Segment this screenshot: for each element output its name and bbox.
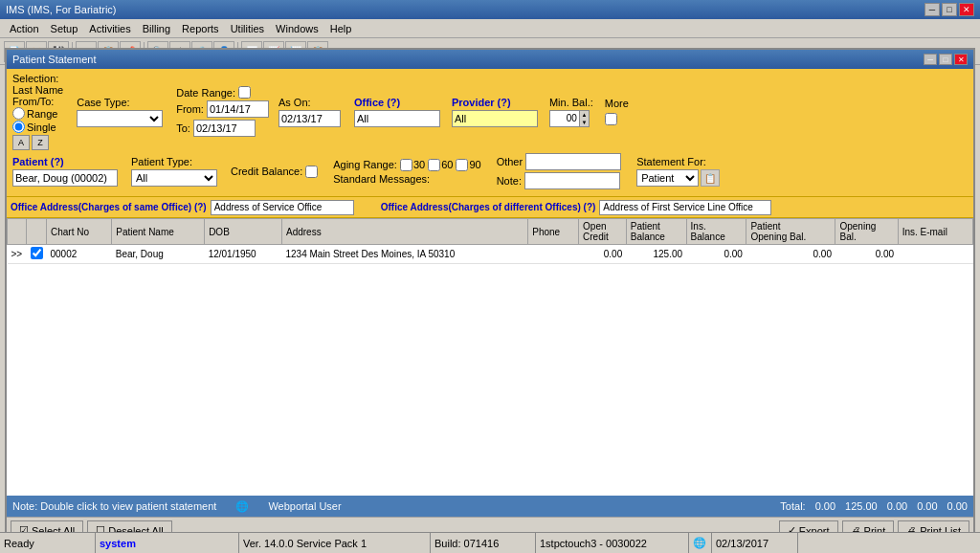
menu-windows[interactable]: Windows	[270, 21, 324, 36]
status-ver: Ver. 14.0.0 Service Pack 1	[239, 533, 431, 553]
row-address: 1234 Main Street Des Moines, IA 50310	[281, 245, 527, 264]
statement-for-group: Statement For: Patient 📋	[636, 156, 720, 187]
date-text: 02/13/2017	[716, 538, 768, 549]
col-chart-no[interactable]: Chart No	[47, 219, 112, 245]
table-row[interactable]: >> 00002 Bear, Doug 12/01/1950 1234 Main…	[8, 245, 973, 264]
addr-same-input[interactable]	[211, 200, 354, 215]
aging-30-label: 30	[413, 159, 425, 170]
row-checkbox[interactable]	[31, 247, 43, 259]
range-label: Range	[27, 108, 57, 120]
credit-balance-checkbox[interactable]	[305, 166, 318, 178]
statement-for-icon[interactable]: 📋	[701, 169, 720, 187]
more-label: More	[605, 98, 629, 109]
ps-title-bar: Patient Statement ─ □ ✕	[7, 50, 973, 69]
addr-same-label[interactable]: Office Address(Charges of same Office) (…	[11, 202, 207, 212]
spinbox-down[interactable]: ▼	[579, 119, 589, 126]
ps-title: Patient Statement	[12, 54, 96, 65]
total-1: 125.00	[845, 500, 878, 512]
menu-action[interactable]: Action	[4, 21, 45, 36]
minimize-btn[interactable]: ─	[924, 3, 940, 16]
col-dob[interactable]: DOB	[205, 219, 282, 245]
status-icon: 🌐	[689, 533, 712, 553]
office-input[interactable]	[354, 110, 440, 127]
aging-30: 30	[400, 159, 425, 171]
col-open-credit[interactable]: OpenCredit	[579, 219, 627, 245]
col-patient-balance[interactable]: PatientBalance	[626, 219, 686, 245]
from-date-input[interactable]	[207, 100, 269, 118]
as-on-input[interactable]	[278, 110, 341, 127]
other-input[interactable]	[525, 153, 621, 170]
aging-30-checkbox[interactable]	[400, 159, 412, 171]
patient-type-select[interactable]: All	[131, 169, 217, 187]
ps-minimize[interactable]: ─	[924, 54, 937, 65]
row-check[interactable]	[27, 245, 47, 264]
range-radio[interactable]	[12, 107, 25, 120]
z-button[interactable]: Z	[32, 135, 49, 150]
provider-input[interactable]	[452, 110, 538, 127]
aging-60-checkbox[interactable]	[428, 159, 440, 171]
row-patient-name: Bear, Doug	[112, 245, 205, 264]
ps-maximize[interactable]: □	[939, 54, 952, 65]
date-range-checkbox[interactable]	[238, 86, 251, 99]
date-range-label: Date Range:	[176, 87, 235, 99]
aging-60-label: 60	[441, 159, 453, 170]
col-phone[interactable]: Phone	[528, 219, 579, 245]
patient-label[interactable]: Patient (?)	[12, 156, 118, 167]
totals-area: Total: 0.00 125.00 0.00 0.00 0.00	[780, 500, 968, 512]
std-msg-label: Standard Messages:	[333, 173, 430, 185]
menu-billing[interactable]: Billing	[137, 21, 176, 36]
col-patient-opening-bal[interactable]: PatientOpening Bal.	[746, 219, 835, 245]
col-address[interactable]: Address	[281, 219, 527, 245]
patient-type-label: Patient Type:	[131, 156, 217, 167]
patient-group: Patient (?)	[12, 156, 118, 187]
single-radio[interactable]	[12, 121, 25, 133]
date-range-group: Date Range: From: To:	[176, 86, 269, 137]
row-open-credit: 0.00	[579, 245, 627, 264]
row-ins-balance: 0.00	[686, 245, 746, 264]
aging-90-checkbox[interactable]	[456, 159, 468, 171]
to-date-input[interactable]	[193, 120, 256, 137]
min-bal-input[interactable]	[550, 111, 579, 126]
min-bal-group: Min. Bal.: ▲ ▼	[549, 97, 593, 127]
status-system: system	[96, 533, 239, 553]
from-label: From:	[176, 103, 204, 115]
menu-setup[interactable]: Setup	[45, 21, 84, 36]
case-type-select[interactable]	[77, 110, 163, 127]
col-patient-name[interactable]: Patient Name	[112, 219, 205, 245]
menu-help[interactable]: Help	[324, 21, 358, 36]
statement-for-select[interactable]: Patient	[636, 169, 699, 187]
last-name-label: Last Name	[12, 84, 63, 96]
col-ins-balance[interactable]: Ins.Balance	[686, 219, 746, 245]
office-label[interactable]: Office (?)	[354, 97, 440, 108]
filter-row-1: Selection: Last Name From/To: Range Sing…	[12, 73, 968, 150]
app-title: IMS (IMS, For Bariatric)	[6, 4, 117, 15]
app-title-bar: IMS (IMS, For Bariatric) ─ □ ✕	[0, 0, 980, 19]
note-input[interactable]	[524, 172, 620, 189]
more-checkbox[interactable]	[605, 113, 617, 125]
patient-input[interactable]	[12, 169, 118, 187]
min-bal-spinbox[interactable]: ▲ ▼	[549, 110, 590, 127]
status-date: 02/13/2017	[712, 533, 798, 553]
total-4: 0.00	[947, 500, 968, 512]
col-ins-email[interactable]: Ins. E-mail	[898, 219, 972, 245]
addr-diff-label[interactable]: Office Address(Charges of different Offi…	[381, 202, 596, 212]
a-button[interactable]: A	[12, 135, 30, 150]
provider-label[interactable]: Provider (?)	[452, 97, 538, 108]
close-btn[interactable]: ✕	[959, 3, 974, 16]
menu-reports[interactable]: Reports	[176, 21, 225, 36]
selection-group: Selection: Last Name From/To: Range Sing…	[12, 73, 63, 150]
range-radio-row: Range	[12, 107, 63, 120]
menu-utilities[interactable]: Utilities	[225, 21, 270, 36]
ps-close[interactable]: ✕	[954, 54, 968, 65]
patient-table: Chart No Patient Name DOB Address Phone …	[7, 218, 973, 264]
table-header: Chart No Patient Name DOB Address Phone …	[8, 219, 973, 245]
spinbox-up[interactable]: ▲	[579, 111, 589, 119]
aging-90-label: 90	[469, 159, 480, 170]
total-0: 0.00	[815, 500, 835, 512]
menu-activities[interactable]: Activities	[83, 21, 136, 36]
ver-text: Ver. 14.0.0 Service Pack 1	[243, 538, 367, 549]
addr-diff-input[interactable]	[599, 200, 771, 215]
maximize-btn[interactable]: □	[942, 3, 957, 16]
aging-checkboxes: 30 60 90	[400, 159, 481, 171]
col-opening-bal[interactable]: OpeningBal.	[835, 219, 898, 245]
